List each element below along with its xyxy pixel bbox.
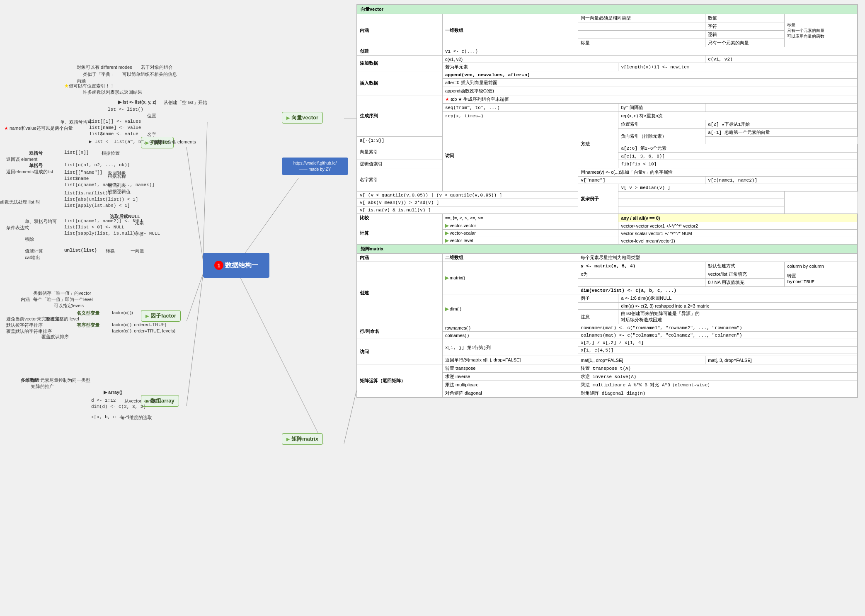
factor-create2: factor(c( ), ordered=TRUE) — [112, 322, 166, 327]
factor-order-note: 默认按字符串排序 — [6, 322, 43, 328]
vector-rep-cmd: rep(x, times=) — [442, 112, 618, 120]
vector-logic-idx-cmd: fib[fib < 10] — [618, 160, 858, 168]
matrix-note-label: 注意 — [578, 310, 618, 324]
vector-complex4: v[ is.na(v) & is.null(v) ] — [357, 206, 785, 214]
vector-vv-label: ▶ vector-vector — [442, 222, 618, 230]
vector-add-single: 若为单元素 — [442, 63, 618, 71]
vector-add-c: c(v1, v2) — [442, 56, 705, 63]
list-name-label: 名字 — [147, 131, 156, 138]
factor-create1: factor(c( )) — [112, 310, 133, 315]
vector-vl-cmd: vector-level mean(vector1) — [618, 237, 858, 245]
matrix-access-label: 访问 — [357, 339, 443, 364]
matrix-transpose-op: 转置 transpose — [442, 364, 578, 373]
listdollar-cmd: list$name <- value — [89, 131, 138, 136]
url-line1: https://woaielf.github.io/ — [287, 161, 343, 165]
matrix-ops-label: 矩阵运算（返回矩阵） — [357, 364, 443, 398]
convert-note: 转换 — [106, 248, 115, 254]
vector-vs-cmd: vector-scalar vector1 +/-*/^^/* NUM — [618, 230, 858, 237]
remove-note: 移除 — [25, 236, 34, 243]
matrix-drop-cmd1: mat[1,, drop=FALSE] — [578, 356, 705, 364]
listname-cmd: list[name] <- value — [89, 125, 141, 130]
matrix-rownames-cmd: rownames(mat) <- c("rowname1", "rowname2… — [578, 324, 858, 332]
vector-vec-idx: 向量索引 — [357, 144, 443, 160]
matrix-transpose-label: 转置byrow=TRUE — [785, 270, 858, 287]
factor-complete-level: 给出完整的 level — [46, 316, 79, 322]
vector-create-label: 创建 — [357, 47, 443, 56]
by-logic: 根据逻辑值 — [108, 189, 131, 195]
vector-seq-label: 生成序列 — [357, 95, 443, 137]
factor-note1: 类似储存「唯一值」的vector — [33, 290, 91, 296]
matrix-dim-ex1: a <- 1:6 dim(a)返回NULL — [618, 294, 858, 303]
vector-neihan-label: 内涵 — [357, 14, 443, 47]
matrix-drop-label: 返回单行/列matrix x[i, j, drop=FALSE] — [442, 356, 578, 364]
vector-pos-idx: 位置索引 — [618, 120, 705, 129]
list-create3-note: 创建时命名 elements — [153, 139, 196, 145]
svg-line-4 — [187, 274, 203, 406]
vector-note: 一向量 — [131, 248, 144, 254]
is-na-cmd: list[is.na(list)] — [64, 191, 111, 196]
factor-create3: factor(c( ), order=TRUE, levels) — [112, 328, 175, 333]
central-badge: 1 — [214, 261, 223, 270]
matrix-solve-cmd: 求逆 inverse solve(A) — [578, 373, 858, 381]
vector-compare-ops: ==, !=, <, >, <=, >= — [442, 214, 618, 222]
matrix-func-label: ▶ matrix() — [442, 262, 578, 294]
vector-after0: after=0 插入到向量最前面 — [442, 79, 857, 87]
vector-neg-idx-cmd2: a[-{1:3}] — [357, 137, 618, 144]
array-dim-cmd: dim(d) <- c(2, 3, 2) — [91, 404, 146, 409]
vector-logic-idx: 逻辑值索引 — [357, 160, 443, 168]
svg-line-0 — [236, 178, 298, 265]
vector-compare-label: 比较 — [357, 214, 443, 222]
vector-insert-label: 插入数据 — [357, 71, 443, 95]
central-label: 数据结构一 — [225, 261, 258, 270]
branch-matrix-label: 矩阵matrix — [291, 435, 318, 443]
factor-note2: 每个「唯一值」即为一个level — [33, 296, 93, 303]
return-element: 返回该 element — [6, 156, 37, 162]
unlist-apply-cmd: list[apply(lst.abs) < 1] — [64, 203, 130, 208]
url-line2: —— made by ZY — [287, 167, 343, 172]
matrix-neihan-label: 内涵 — [357, 254, 443, 262]
list-n-cmd: list[[n]] — [64, 150, 89, 155]
matrix-access-cmd2: x[1, c(4,5)] — [578, 347, 858, 354]
array-d-cmd: d <- 1:12 — [91, 398, 116, 403]
matrix-mult-op: 乘法 multiplicare — [442, 381, 578, 389]
loc-note: ★但可以有位置索引！！ — [64, 83, 114, 89]
matrix-diag-op: 对角矩阵 diagonal — [442, 389, 578, 398]
objects-note: 对象可以有 different modes — [77, 64, 132, 70]
matrix-create-cmd: y <- matrix(x, 5, 4) — [578, 262, 705, 270]
list-name-bracket: list[["name"]] — [64, 170, 102, 175]
matrix-naming-label: 行/列命名 — [357, 324, 443, 339]
vector-name-idx: 名字索引 — [357, 168, 443, 192]
unlist-note: 函数无法处理 list 时 — [0, 199, 40, 205]
by-name-label: 根据名称 — [108, 173, 126, 179]
vector-rep-note: rep(x, n) 符×重复n次 — [618, 112, 858, 120]
array-note1: 每个元素尽量控制为同一类型 — [31, 377, 90, 383]
matrix-colnames-cmd: colnames(mat) <- c("colname1", "colname2… — [578, 332, 858, 339]
vector-access-label: 访问 — [442, 120, 578, 192]
vector-append-note: append函数效率较C(低) — [442, 87, 857, 95]
vector-complex3: v[ abs(v-mean(v)) > 2*sd(v) ] — [357, 199, 785, 206]
factor-ordered: 有序型变量 — [77, 322, 99, 328]
vector-method-label: 方法 — [578, 120, 618, 168]
factor-note3: 可以指定levels — [54, 303, 84, 309]
list-pos-label: 位置 — [147, 113, 156, 119]
return-list: 返回列表 — [108, 182, 126, 189]
matrix-vl-fill: vector/list 正常填充 — [705, 270, 785, 279]
unlist-vec-cmd: unlist(list) — [64, 248, 97, 253]
vector-biaoliang-def: 只有一个元素的向量 — [705, 39, 785, 47]
vector-biaoliang-note: 标量 只有一个元素的向量 可以应用向量的函数 — [785, 14, 858, 47]
list-create-note: 从创建「空 list」开始 — [164, 99, 207, 106]
cond-expr: 条件表达式 — [6, 225, 29, 231]
url-node: https://woaielf.github.io/ —— made by ZY — [282, 158, 348, 175]
return-elements: 返回elements组成的list — [6, 169, 53, 175]
svg-line-5 — [236, 269, 323, 444]
array-inner: 多维数组 — [21, 377, 39, 383]
list-dollar-access: list$name — [64, 176, 89, 181]
list-create-arrow: ▶ lst <- list(x, y, z) — [118, 99, 156, 105]
factor-nominal: 名义型变量 — [77, 310, 99, 316]
vector-add-single-cmd: v[length(v)+1] <- newitem — [618, 63, 858, 71]
matrix-colnames-label: colnames( ) — [442, 332, 578, 339]
vector-neg-idx: 负向索引（排除元素） — [618, 129, 705, 144]
vector-complex1: v[ v > median(v) ] — [618, 184, 858, 192]
svg-line-1 — [187, 147, 203, 261]
vector-add-cv: c(v1, v2) — [705, 56, 858, 63]
